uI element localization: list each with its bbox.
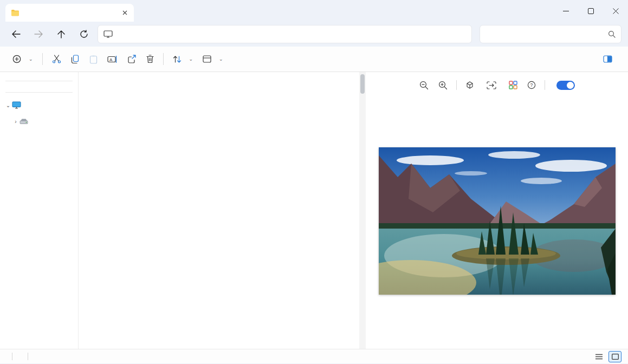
resize-button[interactable]: [463, 79, 479, 92]
close-button[interactable]: [603, 0, 628, 22]
up-button[interactable]: [52, 25, 70, 43]
preview-pane-button[interactable]: [598, 50, 620, 68]
rename-icon: A: [107, 55, 118, 63]
tab-close-icon[interactable]: [120, 8, 130, 18]
toggle-on-icon[interactable]: [556, 81, 575, 90]
preview-toolbar-divider: [545, 80, 545, 90]
toolbar-divider: [42, 53, 43, 65]
command-toolbar: ⌄ A ⌄ ⌄: [0, 47, 628, 72]
cut-button[interactable]: [47, 50, 66, 68]
sort-icon: [173, 55, 182, 63]
chevron-down-icon: ⌄: [219, 56, 223, 62]
search-icon[interactable]: [608, 30, 616, 38]
paste-button[interactable]: [85, 50, 102, 68]
address-bar[interactable]: [98, 25, 472, 43]
apps-grid-button[interactable]: [507, 79, 520, 92]
copy-button[interactable]: [66, 50, 85, 68]
scan-convert-button[interactable]: [484, 79, 501, 92]
back-button[interactable]: [7, 25, 25, 43]
cube-icon: [465, 81, 474, 89]
preview-image: [379, 147, 616, 295]
file-explorer-window: ⌄ A ⌄ ⌄: [0, 0, 628, 364]
view-button[interactable]: ⌄: [198, 50, 228, 68]
split-pane-icon: [603, 55, 612, 63]
rename-button[interactable]: A: [102, 50, 122, 68]
preview-toolbar-divider: [456, 80, 457, 90]
chevron-collapsed-icon[interactable]: ›: [12, 119, 20, 125]
details-view-button[interactable]: [592, 351, 605, 362]
titlebar: [0, 0, 628, 22]
sidebar-item-this-pc[interactable]: ⌄: [0, 97, 78, 113]
refresh-button[interactable]: [75, 25, 93, 43]
forward-button[interactable]: [29, 25, 48, 43]
folder-icon: [11, 9, 20, 16]
toolbar-divider: [163, 53, 164, 65]
chevron-down-icon: ⌄: [189, 56, 193, 62]
more-options-button[interactable]: [228, 50, 238, 68]
zoom-out-button[interactable]: [417, 79, 431, 92]
preview-toolbar: ?: [366, 72, 628, 96]
delete-button[interactable]: [141, 50, 159, 68]
blurred-folders: [0, 86, 78, 88]
drive-icon: [20, 118, 28, 125]
monitor-icon: [12, 101, 21, 109]
statusbar-divider: [28, 353, 28, 360]
window-controls: [553, 0, 628, 22]
sidebar-divider: [5, 92, 73, 93]
scrollbar-thumb[interactable]: [360, 74, 365, 94]
navigation-bar: [0, 22, 628, 47]
paste-icon: [89, 55, 98, 64]
preview-toggle[interactable]: [552, 79, 577, 92]
status-bar: [0, 349, 628, 363]
sort-button[interactable]: ⌄: [168, 50, 198, 68]
help-icon: ?: [527, 81, 536, 89]
main-area: ⌄ ›: [0, 72, 628, 349]
this-pc-icon: [103, 30, 113, 38]
zoom-in-button[interactable]: [436, 79, 450, 92]
minimize-button[interactable]: [553, 0, 578, 22]
new-tab-button[interactable]: [142, 6, 155, 20]
cut-icon: [52, 55, 61, 64]
file-list-area: [79, 72, 366, 349]
plus-circle-icon: [12, 55, 21, 63]
maximize-button[interactable]: [578, 0, 603, 22]
chevron-expanded-icon[interactable]: ⌄: [4, 102, 12, 108]
sidebar-divider: [5, 81, 73, 81]
preview-pane: ?: [366, 72, 628, 349]
chevron-down-icon: ⌄: [29, 56, 33, 62]
copy-icon: [71, 55, 80, 64]
trash-icon: [146, 55, 154, 63]
new-button[interactable]: ⌄: [8, 50, 38, 68]
large-icons-view-button[interactable]: [608, 351, 621, 362]
tab-1-photo[interactable]: [5, 4, 134, 22]
svg-text:A: A: [109, 57, 113, 62]
statusbar-divider: [12, 353, 12, 360]
vertical-scrollbar[interactable]: [359, 72, 366, 349]
search-box[interactable]: [480, 25, 621, 43]
share-button[interactable]: [122, 50, 141, 68]
apps-grid-icon: [509, 81, 517, 89]
help-button[interactable]: ?: [525, 79, 538, 92]
sidebar-item-drive-c[interactable]: ›: [0, 113, 78, 129]
sidebar: ⌄ ›: [0, 72, 79, 349]
svg-text:?: ?: [530, 82, 533, 88]
share-icon: [127, 55, 137, 63]
view-icon: [203, 55, 211, 63]
scan-icon: [487, 81, 496, 89]
